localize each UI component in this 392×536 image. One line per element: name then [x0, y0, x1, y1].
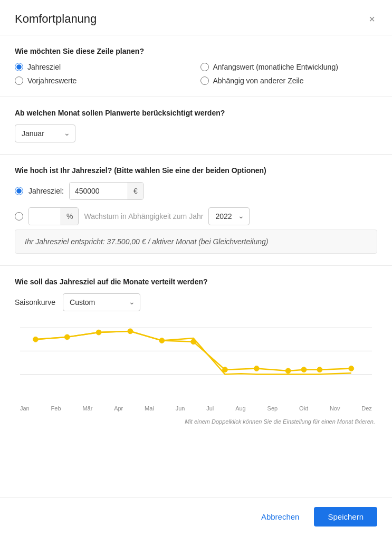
section-month: Ab welchen Monat sollen Planwerte berück… [0, 97, 392, 155]
x-label-feb: Feb [51, 405, 61, 411]
euro-unit: € [128, 183, 143, 199]
x-label-jun: Jun [176, 405, 185, 411]
close-button[interactable]: × [367, 12, 377, 26]
x-label-nov: Nov [330, 405, 340, 411]
radio-jahresziel-val[interactable] [15, 187, 23, 195]
year-select-wrapper: 2020 2021 2022 2023 [208, 207, 250, 225]
dialog-footer: Abbrechen Speichern [0, 497, 392, 536]
jahresziel-opt1-label: Jahresziel: [28, 187, 64, 195]
x-label-apr: Apr [114, 405, 123, 411]
x-label-aug: Aug [235, 405, 246, 411]
x-label-okt: Okt [299, 405, 308, 411]
percent-input[interactable] [29, 208, 61, 225]
chart-note: Mit einem Doppelklick können Sie die Ein… [15, 418, 377, 425]
radio-anfangswert-label: Anfangswert (monatliche Entwicklung) [213, 63, 338, 71]
dialog-header: Komfortplanung × [0, 0, 392, 35]
saisonkurve-label: Saisonkurve [15, 298, 55, 307]
saisonkurve-select[interactable]: Custom Linear Gleichverteilung [63, 293, 140, 311]
chart-area: 20 % 10 % 0 % [20, 322, 372, 414]
saisonkurve-row: Saisonkurve Custom Linear Gleichverteilu… [15, 293, 377, 311]
save-button[interactable]: Speichern [314, 507, 377, 527]
dialog: Komfortplanung × Wie möchten Sie diese Z… [0, 0, 392, 536]
section-verteilung: Wie soll das Jahresziel auf die Monate v… [0, 266, 392, 430]
radio-vorjahreswerte-label: Vorjahreswerte [27, 76, 77, 85]
radio-vorjahreswerte[interactable]: Vorjahreswerte [15, 76, 192, 85]
jahresziel-input[interactable] [70, 183, 128, 199]
radio-wachstum[interactable] [15, 212, 23, 221]
section1-title: Wie möchten Sie diese Zeile planen? [15, 47, 377, 55]
radio-jahresziel-input[interactable] [15, 63, 23, 71]
radio-anfangswert-input[interactable] [200, 63, 209, 71]
section-planning-type: Wie möchten Sie diese Zeile planen? Jahr… [0, 35, 392, 97]
radio-jahresziel[interactable]: Jahresziel [15, 63, 192, 71]
x-label-jul: Jul [206, 405, 214, 411]
planning-type-radio-group: Jahresziel Anfangswert (monatliche Entwi… [15, 63, 377, 85]
section-jahresziel: Wie hoch ist Ihr Jahresziel? (Bitte wähl… [0, 155, 392, 266]
section3-title: Wie hoch ist Ihr Jahresziel? (Bitte wähl… [15, 166, 377, 175]
x-label-mar: Mär [82, 405, 92, 411]
radio-abhaengig-label: Abhängig von anderer Zeile [213, 76, 304, 85]
year-select[interactable]: 2020 2021 2022 2023 [208, 207, 250, 225]
radio-jahresziel-label: Jahresziel [27, 63, 61, 71]
section2-title: Ab welchen Monat sollen Planwerte berück… [15, 109, 377, 117]
percent-input-wrapper: % [28, 207, 79, 225]
month-select-wrapper: Januar Februar März April Mai Juni Juli … [15, 125, 75, 142]
section4-title: Wie soll das Jahresziel auf die Monate v… [15, 277, 377, 286]
jahresziel-options: Jahresziel: € % Wachstum in Abhängigkeit… [15, 182, 377, 225]
radio-abhaengig-input[interactable] [200, 76, 209, 85]
jahresziel-row2: % Wachstum in Abhängigkeit zum Jahr 2020… [15, 207, 377, 225]
saisonkurve-select-wrapper: Custom Linear Gleichverteilung [63, 293, 140, 311]
info-text: Ihr Jahresziel entspricht: 37.500,00 € /… [25, 237, 268, 246]
jahresziel-input-wrapper: € [69, 182, 144, 200]
percent-unit: % [61, 208, 78, 225]
month-select[interactable]: Januar Februar März April Mai Juni Juli … [15, 125, 75, 142]
dialog-title: Komfortplanung [15, 12, 97, 26]
chart-x-labels: Jan Feb Mär Apr Mai Jun Jul Aug Sep Okt … [20, 403, 372, 411]
x-label-mai: Mai [145, 405, 154, 411]
x-label-dez: Dez [361, 405, 372, 411]
wachstum-label: Wachstum in Abhängigkeit zum Jahr [84, 212, 203, 221]
x-label-sep: Sep [267, 405, 278, 411]
saisonkurve-chart: 20 % 10 % 0 % [20, 322, 372, 401]
x-label-jan: Jan [20, 405, 30, 411]
radio-vorjahreswerte-input[interactable] [15, 76, 23, 85]
radio-abhaengig[interactable]: Abhängig von anderer Zeile [200, 76, 378, 85]
jahresziel-row1: Jahresziel: € [15, 182, 377, 200]
radio-anfangswert[interactable]: Anfangswert (monatliche Entwicklung) [200, 63, 378, 71]
info-box: Ihr Jahresziel entspricht: 37.500,00 € /… [15, 229, 377, 254]
cancel-button[interactable]: Abbrechen [254, 508, 307, 525]
